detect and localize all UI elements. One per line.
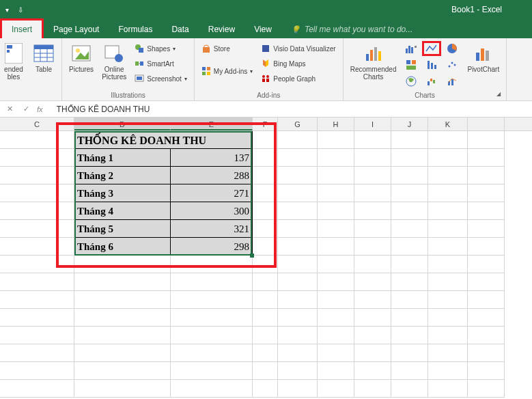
cell[interactable] [428,202,468,220]
cell[interactable] [74,291,171,309]
cell[interactable] [278,291,318,309]
spreadsheet-grid[interactable]: C D E F G H I J K THỐNG KÊ DOANH THUThán… [0,118,532,398]
cell[interactable] [278,362,318,380]
col-header[interactable]: D [74,118,171,130]
cell[interactable] [0,202,74,220]
visio-button[interactable]: Visio Data Visualizer [258,41,338,56]
cell[interactable] [391,167,428,184]
cell[interactable] [253,291,278,309]
cell[interactable] [468,238,505,256]
col-header[interactable]: C [0,118,74,130]
cell[interactable] [468,362,505,380]
cell[interactable] [428,220,468,238]
cell[interactable] [391,344,428,362]
data-value[interactable]: 300 [171,202,253,220]
data-label[interactable]: Tháng 3 [74,184,171,202]
cell[interactable] [318,344,354,362]
cell[interactable] [278,256,318,273]
map-chart-button[interactable] [402,74,421,89]
cell[interactable] [278,149,318,167]
cell[interactable] [0,380,74,398]
tab-data[interactable]: Data [162,20,198,38]
cell[interactable] [391,238,428,256]
cell[interactable] [428,344,468,362]
cell[interactable] [74,380,171,398]
cell[interactable] [354,380,391,398]
scatter-chart-button[interactable] [443,57,462,72]
cell[interactable] [468,131,505,149]
data-value[interactable]: 288 [171,167,253,184]
pie-chart-button[interactable] [443,41,462,56]
cell[interactable] [171,291,253,309]
tab-page-layout[interactable]: Page Layout [44,20,109,38]
col-header[interactable]: K [428,118,468,130]
cell[interactable] [318,167,354,184]
cell[interactable] [171,256,253,273]
cell[interactable] [171,309,253,327]
col-header[interactable]: J [391,118,428,130]
cell[interactable] [428,167,468,184]
col-header[interactable]: E [171,118,253,130]
statistic-chart-button[interactable] [422,57,441,72]
cell[interactable] [278,309,318,327]
cell[interactable] [391,291,428,309]
cell[interactable] [354,220,391,238]
cell[interactable] [391,327,428,344]
column-chart-button[interactable] [402,41,421,56]
cell[interactable] [318,202,354,220]
cell[interactable] [253,220,278,238]
waterfall-chart-button[interactable] [422,74,441,89]
combo-chart-button[interactable] [443,74,462,89]
enter-formula-icon[interactable]: ✓ [20,104,31,115]
pivotchart-button[interactable]: PivotChart [464,41,502,74]
cell[interactable] [0,238,74,256]
cell[interactable] [74,362,171,380]
cell[interactable] [391,380,428,398]
cell[interactable] [171,327,253,344]
data-value[interactable]: 321 [171,220,253,238]
hierarchy-chart-button[interactable] [402,57,421,72]
smartart-button[interactable]: SmartArt [132,56,190,71]
cell[interactable] [253,309,278,327]
cell[interactable] [74,309,171,327]
col-header[interactable]: F [253,118,278,130]
cell[interactable] [253,131,278,149]
cell[interactable] [0,220,74,238]
cell[interactable] [428,238,468,256]
qat-more-icon[interactable]: ⇩ [16,5,25,14]
cell[interactable] [318,309,354,327]
cell[interactable] [391,149,428,167]
cell[interactable] [278,273,318,291]
cell[interactable] [354,327,391,344]
tab-review[interactable]: Review [199,20,244,38]
cell[interactable] [391,220,428,238]
data-value[interactable]: 137 [171,149,253,167]
people-graph-button[interactable]: People Graph [258,71,338,86]
pictures-button[interactable]: Pictures [66,41,96,74]
cell[interactable] [318,131,354,149]
data-value[interactable]: 271 [171,184,253,202]
cell[interactable] [354,238,391,256]
cell[interactable] [468,291,505,309]
my-addins-button[interactable]: My Add-ins▾ [199,56,255,86]
cell[interactable] [278,327,318,344]
cell[interactable] [278,131,318,149]
col-header[interactable]: I [354,118,391,130]
recommended-charts-button[interactable]: Recommended Charts [348,41,400,82]
cell[interactable] [428,291,468,309]
cell[interactable] [74,273,171,291]
cell[interactable] [318,220,354,238]
cell[interactable] [318,256,354,273]
cell[interactable] [391,256,428,273]
cell[interactable] [428,362,468,380]
tell-me-search[interactable]: 💡 Tell me what you want to do... [281,20,422,38]
cell[interactable] [354,149,391,167]
cell[interactable] [354,291,391,309]
cell[interactable] [468,220,505,238]
cell[interactable] [428,380,468,398]
cell[interactable] [468,202,505,220]
data-label[interactable]: Tháng 4 [74,202,171,220]
cell[interactable] [354,167,391,184]
shapes-button[interactable]: Shapes▾ [132,41,190,56]
cell[interactable] [468,309,505,327]
